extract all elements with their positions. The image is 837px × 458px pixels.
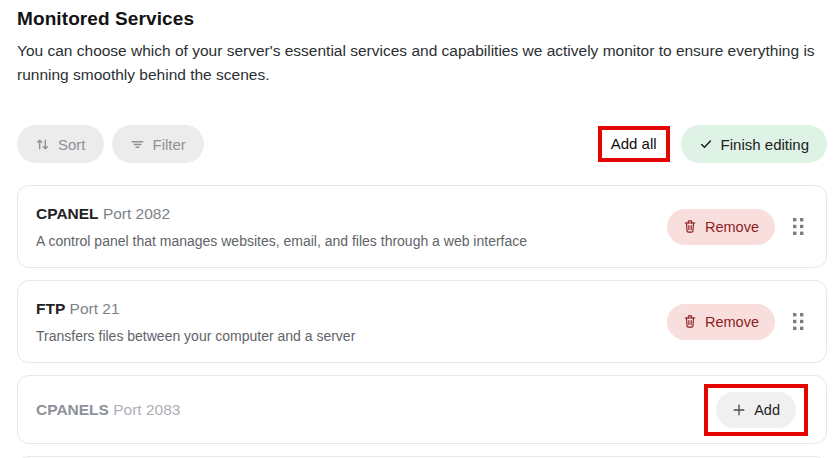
add-highlight-annotation: Add [704, 384, 808, 436]
trash-icon [683, 219, 697, 234]
drag-handle-icon[interactable] [789, 309, 808, 334]
service-name: CPANEL [36, 205, 99, 222]
toolbar-right-group: Add all Finish editing [598, 125, 827, 163]
toolbar: Sort Filter Add all [17, 125, 827, 163]
service-port: Port 2082 [103, 205, 170, 222]
filter-button[interactable]: Filter [112, 125, 204, 163]
toolbar-left-group: Sort Filter [17, 125, 204, 163]
monitored-services-page: Monitored Services You can choose which … [0, 0, 837, 458]
sort-label: Sort [58, 136, 86, 153]
trash-icon [683, 314, 697, 329]
filter-lines-icon [130, 137, 145, 152]
sort-button[interactable]: Sort [17, 125, 104, 163]
page-description: You can choose which of your server's es… [17, 39, 817, 86]
finish-editing-label: Finish editing [721, 136, 809, 153]
service-info: CPANELS Port 2083 [36, 401, 704, 419]
remove-button[interactable]: Remove [667, 304, 775, 340]
service-info: CPANEL Port 2082 A control panel that ma… [36, 205, 667, 249]
service-title-line: FTP Port 21 [36, 300, 667, 318]
service-port: Port 2083 [113, 401, 180, 418]
check-icon [699, 137, 713, 151]
service-title-line: CPANELS Port 2083 [36, 401, 704, 419]
service-actions: Remove [667, 304, 808, 340]
service-card-cpanel: CPANEL Port 2082 A control panel that ma… [17, 185, 827, 268]
add-all-button[interactable]: Add all [611, 135, 657, 152]
services-list: CPANEL Port 2082 A control panel that ma… [17, 185, 827, 458]
filter-label: Filter [153, 136, 186, 153]
remove-button[interactable]: Remove [667, 209, 775, 245]
remove-label: Remove [705, 314, 759, 330]
service-info: FTP Port 21 Transfers files between your… [36, 300, 667, 344]
service-actions: Add [704, 384, 808, 436]
page-title: Monitored Services [17, 8, 827, 30]
sort-arrows-icon [35, 137, 50, 152]
service-port: Port 21 [70, 300, 120, 317]
add-all-highlight-annotation: Add all [598, 126, 670, 162]
service-description: Transfers files between your computer an… [36, 328, 667, 344]
service-description: A control panel that manages websites, e… [36, 233, 667, 249]
add-button[interactable]: Add [716, 392, 796, 428]
service-name: CPANELS [36, 401, 109, 418]
remove-label: Remove [705, 219, 759, 235]
service-title-line: CPANEL Port 2082 [36, 205, 667, 223]
plus-icon [732, 403, 746, 417]
service-card-ftp: FTP Port 21 Transfers files between your… [17, 280, 827, 363]
drag-handle-icon[interactable] [789, 214, 808, 239]
service-actions: Remove [667, 209, 808, 245]
finish-editing-button[interactable]: Finish editing [681, 125, 827, 163]
service-name: FTP [36, 300, 65, 317]
service-card-cpanels: CPANELS Port 2083 Add [17, 375, 827, 444]
add-label: Add [754, 402, 780, 418]
